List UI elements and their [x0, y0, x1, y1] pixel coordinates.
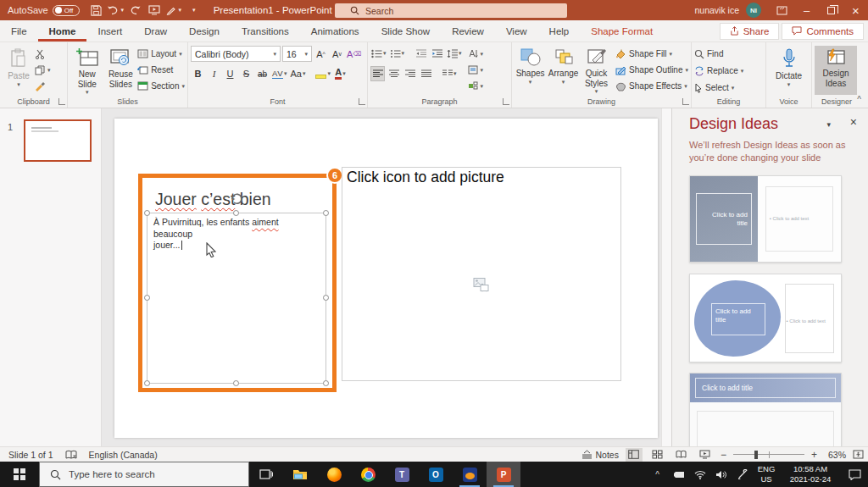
shape-outline-button[interactable]: Shape Outline▾ — [615, 63, 688, 77]
reading-view-button[interactable] — [673, 448, 690, 462]
taskbar-search-box[interactable] — [39, 462, 249, 487]
resize-handle[interactable] — [323, 210, 329, 216]
save-button[interactable] — [86, 1, 106, 19]
user-name[interactable]: nunavik ice — [694, 5, 739, 15]
close-button[interactable]: × — [843, 0, 868, 20]
action-center-button[interactable] — [841, 469, 868, 480]
resize-handle[interactable] — [233, 380, 239, 386]
autosave-toggle[interactable]: AutoSave Off — [8, 5, 80, 16]
slide-counter[interactable]: Slide 1 of 1 — [8, 450, 53, 460]
slide-thumbnail[interactable] — [24, 119, 92, 162]
tab-transitions[interactable]: Transitions — [231, 20, 300, 42]
restore-button[interactable] — [819, 0, 843, 20]
resize-handle[interactable] — [144, 210, 150, 216]
new-slide-button[interactable]: New Slide▾ — [70, 46, 104, 96]
copy-button[interactable]: ▾ — [35, 63, 51, 77]
rotate-handle-icon[interactable] — [229, 191, 244, 205]
tab-animations[interactable]: Animations — [300, 20, 370, 42]
resize-handle[interactable] — [323, 295, 329, 301]
undo-button[interactable]: ▾ — [106, 1, 125, 19]
notes-button[interactable]: Notes — [581, 450, 619, 460]
insert-picture-icon[interactable] — [473, 278, 490, 292]
file-explorer-button[interactable] — [283, 462, 317, 487]
dictate-button[interactable]: Dictate▾ — [769, 46, 809, 88]
comments-button[interactable]: Comments — [782, 23, 864, 40]
design-idea-thumbnail-2[interactable]: Click to add title • Click to add text — [689, 274, 842, 362]
resize-handle[interactable] — [144, 295, 150, 301]
slide-sorter-view-button[interactable] — [649, 448, 666, 462]
wifi-icon[interactable] — [689, 470, 710, 479]
panel-chevron-down-icon[interactable]: ▾ — [826, 120, 831, 129]
zoom-out-button[interactable]: − — [721, 449, 726, 461]
font-color-button[interactable]: A▾ — [333, 66, 348, 81]
bullets-button[interactable]: ▾ — [370, 46, 387, 61]
layout-button[interactable]: Layout▾ — [137, 47, 185, 61]
slide-title[interactable]: Jouer c’est bien — [155, 190, 271, 209]
resize-handle[interactable] — [233, 210, 239, 216]
shape-effects-button[interactable]: Shape Effects▾ — [615, 79, 688, 93]
chrome-button[interactable] — [351, 462, 385, 487]
body-text[interactable]: À Puvirnituq, les enfants aiment beaucou… — [147, 213, 326, 255]
clipboard-dialog-launcher[interactable] — [58, 98, 65, 105]
increase-indent-button[interactable] — [430, 46, 444, 61]
slide[interactable]: 6 Jouer c’est bien À Puvirnituq, les enf… — [114, 119, 658, 438]
cut-button[interactable] — [35, 47, 51, 61]
start-button[interactable] — [0, 462, 39, 487]
tab-insert[interactable]: Insert — [86, 20, 133, 42]
tab-design[interactable]: Design — [178, 20, 231, 42]
numbering-button[interactable]: ▾ — [389, 46, 406, 61]
select-button[interactable]: Select▾ — [694, 80, 743, 95]
search-box[interactable] — [335, 3, 567, 18]
share-button[interactable]: Share — [720, 23, 780, 40]
design-ideas-button[interactable]: Design Ideas — [815, 46, 857, 95]
drawing-dialog-launcher[interactable] — [682, 98, 689, 105]
language-status[interactable]: English (Canada) — [89, 450, 158, 460]
design-idea-thumbnail-3[interactable]: Click to add title • Click to add text — [689, 373, 842, 446]
clock[interactable]: 10:58 AM2021-02-24 — [780, 464, 841, 484]
fit-slide-to-window-button[interactable] — [853, 450, 864, 459]
slideshow-view-button[interactable] — [697, 448, 714, 462]
clear-formatting-button[interactable]: A⌫ — [346, 47, 362, 62]
avatar[interactable]: NI — [746, 3, 761, 18]
task-view-button[interactable] — [249, 462, 283, 487]
reset-button[interactable]: Reset — [137, 63, 185, 77]
teams-button[interactable]: T — [385, 462, 419, 487]
accessibility-checker-icon[interactable] — [65, 450, 77, 460]
decrease-font-size-button[interactable]: Av — [330, 47, 344, 62]
font-size-combobox[interactable]: 16▾ — [282, 46, 312, 62]
paragraph-dialog-launcher[interactable] — [503, 98, 509, 105]
font-dialog-launcher[interactable] — [359, 98, 365, 105]
pinned-app-button[interactable] — [453, 462, 487, 487]
tab-help[interactable]: Help — [538, 20, 581, 42]
tab-review[interactable]: Review — [441, 20, 495, 42]
search-input[interactable] — [365, 6, 518, 16]
show-hidden-icons-button[interactable]: ^ — [647, 470, 668, 479]
tab-draw[interactable]: Draw — [133, 20, 178, 42]
canvas-scrollbar[interactable] — [661, 108, 671, 446]
ribbon-display-options-button[interactable] — [770, 0, 794, 20]
tab-shape-format[interactable]: Shape Format — [580, 20, 664, 42]
decrease-indent-button[interactable] — [414, 46, 428, 61]
shapes-button[interactable]: Shapes▾ — [515, 46, 546, 86]
change-case-button[interactable]: Aa▾ — [289, 66, 306, 81]
section-button[interactable]: Section▾ — [137, 79, 185, 93]
align-center-button[interactable] — [387, 66, 401, 81]
format-painter-button[interactable] — [35, 79, 51, 93]
language-indicator[interactable]: ENGUS — [753, 464, 780, 484]
find-button[interactable]: Find — [694, 47, 743, 61]
start-from-beginning-button[interactable] — [145, 1, 164, 19]
normal-view-button[interactable] — [626, 448, 643, 462]
bold-button[interactable]: B — [191, 66, 205, 81]
zoom-slider[interactable] — [733, 449, 804, 461]
zoom-in-button[interactable]: + — [811, 449, 817, 461]
arrange-button[interactable]: Arrange▾ — [546, 46, 581, 86]
tab-home[interactable]: Home — [38, 20, 87, 42]
shape-fill-button[interactable]: Shape Fill▾ — [615, 47, 688, 61]
font-name-combobox[interactable]: Calibri (Body)▾ — [191, 46, 281, 62]
convert-to-smartart-button[interactable]: ▾ — [468, 79, 484, 93]
picture-placeholder[interactable]: Click icon to add picture — [342, 167, 621, 381]
tab-file[interactable]: File — [0, 20, 38, 42]
display-device-icon[interactable] — [668, 470, 689, 479]
replace-button[interactable]: Replace▾ — [694, 64, 743, 78]
customize-qat-button[interactable]: ▾ — [184, 1, 203, 19]
